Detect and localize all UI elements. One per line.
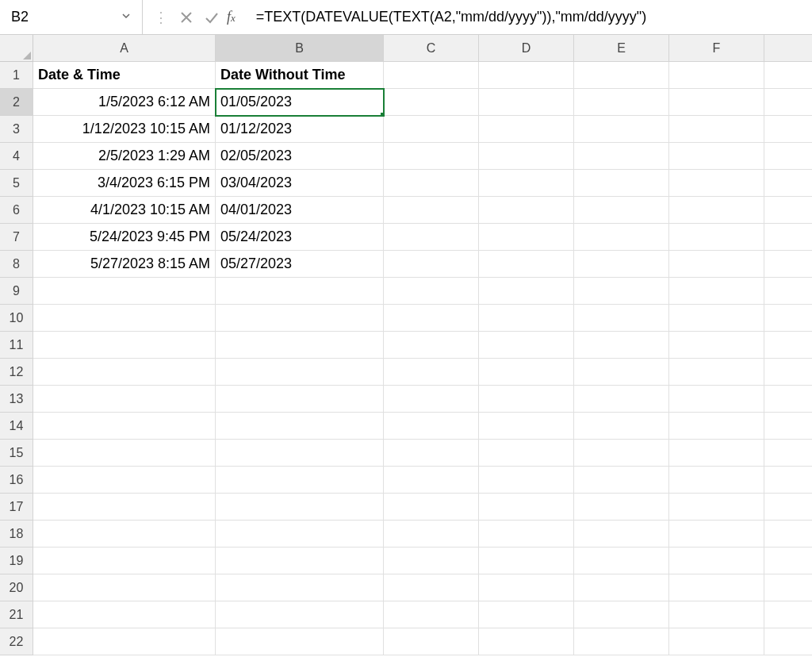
cell-E17[interactable] [574, 494, 669, 521]
cell-D3[interactable] [479, 116, 574, 143]
cell-B9[interactable] [216, 278, 384, 305]
row-header-20[interactable]: 20 [0, 574, 33, 601]
cell-C20[interactable] [384, 574, 479, 601]
cell-E12[interactable] [574, 359, 669, 386]
cell-A4[interactable]: 2/5/2023 1:29 AM [33, 143, 216, 170]
row-header-8[interactable]: 8 [0, 251, 33, 278]
cell-E10[interactable] [574, 305, 669, 332]
cell-C17[interactable] [384, 494, 479, 521]
cell-extra-2[interactable] [764, 89, 812, 116]
cell-D4[interactable] [479, 143, 574, 170]
cell-F2[interactable] [669, 89, 764, 116]
cell-extra-17[interactable] [764, 494, 812, 521]
column-header-C[interactable]: C [384, 35, 479, 62]
row-header-13[interactable]: 13 [0, 386, 33, 413]
column-header-extra[interactable] [764, 35, 812, 62]
cell-D13[interactable] [479, 386, 574, 413]
cell-F21[interactable] [669, 601, 764, 628]
row-header-15[interactable]: 15 [0, 440, 33, 467]
cell-D16[interactable] [479, 467, 574, 494]
row-header-5[interactable]: 5 [0, 170, 33, 197]
cell-C14[interactable] [384, 413, 479, 440]
cell-extra-11[interactable] [764, 332, 812, 359]
column-header-B[interactable]: B [216, 35, 384, 62]
cell-B3[interactable]: 01/12/2023 [216, 116, 384, 143]
cell-A22[interactable] [33, 628, 216, 655]
cancel-button[interactable] [176, 10, 197, 25]
cell-extra-20[interactable] [764, 574, 812, 601]
cell-E7[interactable] [574, 224, 669, 251]
select-all-corner[interactable] [0, 35, 33, 62]
cell-F6[interactable] [669, 197, 764, 224]
cell-extra-4[interactable] [764, 143, 812, 170]
cell-D10[interactable] [479, 305, 574, 332]
cell-A5[interactable]: 3/4/2023 6:15 PM [33, 170, 216, 197]
cell-E5[interactable] [574, 170, 669, 197]
cell-E8[interactable] [574, 251, 669, 278]
cell-B5[interactable]: 03/04/2023 [216, 170, 384, 197]
cell-C1[interactable] [384, 62, 479, 89]
cell-F20[interactable] [669, 574, 764, 601]
cell-B21[interactable] [216, 601, 384, 628]
cell-A1[interactable]: Date & Time [33, 62, 216, 89]
cell-F14[interactable] [669, 413, 764, 440]
cell-F7[interactable] [669, 224, 764, 251]
row-header-12[interactable]: 12 [0, 359, 33, 386]
cell-D6[interactable] [479, 197, 574, 224]
cell-D19[interactable] [479, 548, 574, 574]
row-header-22[interactable]: 22 [0, 628, 33, 655]
cell-E18[interactable] [574, 521, 669, 548]
cell-C22[interactable] [384, 628, 479, 655]
cell-extra-6[interactable] [764, 197, 812, 224]
cell-A13[interactable] [33, 386, 216, 413]
cell-extra-8[interactable] [764, 251, 812, 278]
cell-E4[interactable] [574, 143, 669, 170]
column-header-F[interactable]: F [669, 35, 764, 62]
cell-extra-13[interactable] [764, 386, 812, 413]
cell-E3[interactable] [574, 116, 669, 143]
cell-B22[interactable] [216, 628, 384, 655]
cell-E2[interactable] [574, 89, 669, 116]
enter-button[interactable] [201, 10, 222, 25]
name-box[interactable]: B2 [0, 0, 143, 34]
row-header-2[interactable]: 2 [0, 89, 33, 116]
cell-D17[interactable] [479, 494, 574, 521]
cell-E16[interactable] [574, 467, 669, 494]
cell-A3[interactable]: 1/12/2023 10:15 AM [33, 116, 216, 143]
cell-E9[interactable] [574, 278, 669, 305]
cell-A7[interactable]: 5/24/2023 9:45 PM [33, 224, 216, 251]
cell-A8[interactable]: 5/27/2023 8:15 AM [33, 251, 216, 278]
cell-D15[interactable] [479, 440, 574, 467]
cell-D12[interactable] [479, 359, 574, 386]
cell-B1[interactable]: Date Without Time [216, 62, 384, 89]
row-header-6[interactable]: 6 [0, 197, 33, 224]
cell-D11[interactable] [479, 332, 574, 359]
cell-extra-18[interactable] [764, 521, 812, 548]
cell-F4[interactable] [669, 143, 764, 170]
cell-D5[interactable] [479, 170, 574, 197]
cell-F17[interactable] [669, 494, 764, 521]
cell-extra-19[interactable] [764, 548, 812, 574]
row-header-19[interactable]: 19 [0, 548, 33, 574]
cell-C11[interactable] [384, 332, 479, 359]
cell-A10[interactable] [33, 305, 216, 332]
cell-B2[interactable]: 01/05/2023 [216, 89, 384, 116]
row-header-10[interactable]: 10 [0, 305, 33, 332]
cell-D14[interactable] [479, 413, 574, 440]
cell-A9[interactable] [33, 278, 216, 305]
row-header-18[interactable]: 18 [0, 521, 33, 548]
cell-F22[interactable] [669, 628, 764, 655]
cell-F19[interactable] [669, 548, 764, 574]
cell-D8[interactable] [479, 251, 574, 278]
chevron-down-icon[interactable] [117, 11, 136, 23]
cell-C13[interactable] [384, 386, 479, 413]
cell-B14[interactable] [216, 413, 384, 440]
row-header-17[interactable]: 17 [0, 494, 33, 521]
formula-input[interactable] [248, 0, 812, 34]
cell-D20[interactable] [479, 574, 574, 601]
column-header-A[interactable]: A [33, 35, 216, 62]
cell-C21[interactable] [384, 601, 479, 628]
cell-B12[interactable] [216, 359, 384, 386]
cell-A19[interactable] [33, 548, 216, 574]
cell-B19[interactable] [216, 548, 384, 574]
